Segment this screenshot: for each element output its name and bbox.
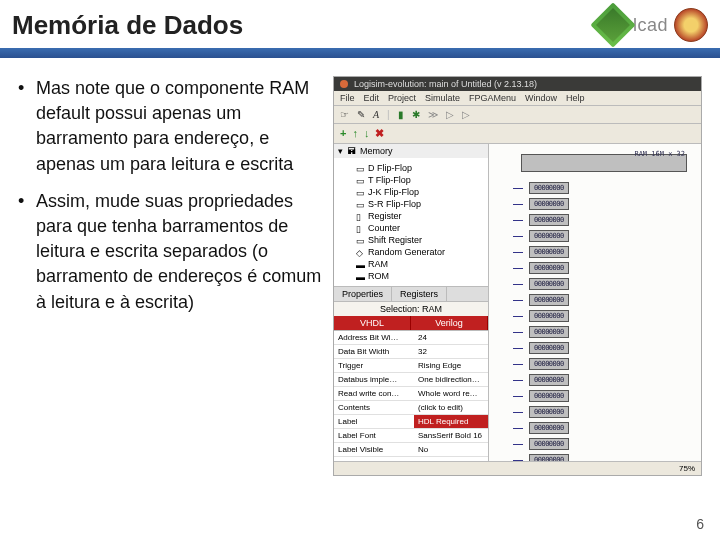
wire-icon [513,204,523,205]
wire-icon [513,444,523,445]
tree-item-t-flip-flop[interactable]: ▭T Flip-Flop [338,174,484,186]
ram-component[interactable]: RAM 16M x 32 000000000000000000000000000… [509,148,691,431]
ram-label: RAM 16M x 32 [634,150,685,158]
prop-value[interactable]: 32 [414,345,488,358]
tree-item-register[interactable]: ▯Register [338,210,484,222]
menubar[interactable]: FileEditProjectSimulateFPGAMenuWindowHel… [334,91,701,106]
zoom-level[interactable]: 75% [679,464,695,473]
prop-key: Databus imple… [334,373,414,386]
prop-value[interactable]: HDL Required [414,415,488,428]
prop-row[interactable]: LabelHDL Required [334,415,488,429]
university-seal-icon [674,8,708,42]
down-icon[interactable]: ↓ [364,127,370,140]
tree-item-counter[interactable]: ▯Counter [338,222,484,234]
ram-row: 00000000 [513,388,685,404]
tree-header[interactable]: ▾ 🖬 Memory [334,144,488,158]
prop-value[interactable]: Rising Edge [414,359,488,372]
prop-row[interactable]: Read write con…Whole word re… [334,387,488,401]
prop-value[interactable]: (click to edit) [414,401,488,414]
toolbar-primary[interactable]: ☞ ✎ A | ▮ ✱ ≫ ▷ ▷ [334,106,701,124]
tree-item-shift-register[interactable]: ▭Shift Register [338,234,484,246]
menu-edit[interactable]: Edit [364,93,380,103]
memory-folder-icon: 🖬 [347,146,356,156]
pointer-icon[interactable]: ☞ [340,109,349,120]
ram-row: 00000000 [513,340,685,356]
input-pin-icon[interactable]: ▮ [398,109,404,120]
prop-row[interactable]: Address Bit Wi…24 [334,331,488,345]
prop-key: Label [334,415,414,428]
ram-cell: 00000000 [529,342,569,354]
tree-item-s-r-flip-flop[interactable]: ▭S-R Flip-Flop [338,198,484,210]
titlebar: Logisim-evolution: main of Untitled (v 2… [334,77,701,91]
tab-vhdl[interactable]: VHDL [334,316,411,330]
ram-cell: 00000000 [529,406,569,418]
ram-cell: 00000000 [529,230,569,242]
output-pin-icon[interactable]: ✱ [412,109,420,120]
wire-icon [513,380,523,381]
menu-fpgamenu[interactable]: FPGAMenu [469,93,516,103]
wire-icon [513,284,523,285]
prop-row[interactable]: Contents(click to edit) [334,401,488,415]
add-icon[interactable]: + [340,127,346,140]
delete-icon[interactable]: ✖ [375,127,384,140]
component-tree[interactable]: ▭D Flip-Flop▭T Flip-Flop▭J-K Flip-Flop▭S… [334,158,488,286]
prop-value[interactable]: 24 [414,331,488,344]
prop-row[interactable]: Databus imple…One bidirection… [334,373,488,387]
tab-registers[interactable]: Registers [392,287,447,301]
up-icon[interactable]: ↑ [352,127,358,140]
tree-item-label: ROM [368,271,389,281]
canvas[interactable]: RAM 16M x 32 000000000000000000000000000… [489,144,701,461]
step-icon[interactable]: ▷ [462,109,470,120]
tree-item-rom[interactable]: ▬ROM [338,270,484,282]
prop-row[interactable]: Data Bit Width32 [334,345,488,359]
prop-value[interactable]: SansSerif Bold 16 [414,429,488,442]
slide-title: Memória de Dados [12,10,243,41]
lang-tabs[interactable]: VHDLVerilog [334,316,488,330]
tree-item-label: Shift Register [368,235,422,245]
ram-cell: 00000000 [529,262,569,274]
ram-cell: 00000000 [529,278,569,290]
menu-project[interactable]: Project [388,93,416,103]
menu-window[interactable]: Window [525,93,557,103]
prop-row[interactable]: Label FontSansSerif Bold 16 [334,429,488,443]
step-back-icon[interactable]: ≫ [428,109,438,120]
tree-item-j-k-flip-flop[interactable]: ▭J-K Flip-Flop [338,186,484,198]
wire-icon [513,348,523,349]
props-tabs[interactable]: PropertiesRegisters [334,286,488,301]
logisim-window: Logisim-evolution: main of Untitled (v 2… [333,76,702,476]
tree-item-ram[interactable]: ▬RAM [338,258,484,270]
prop-value[interactable]: No [414,443,488,456]
poke-icon[interactable]: ✎ [357,109,365,120]
tab-properties[interactable]: Properties [334,287,392,301]
tab-verilog[interactable]: Verilog [411,316,488,330]
ram-cell: 00000000 [529,198,569,210]
component-icon: ▭ [356,176,364,184]
ram-row: 00000000 [513,196,685,212]
properties-table[interactable]: Address Bit Wi…24Data Bit Width32Trigger… [334,330,488,457]
prop-value[interactable]: One bidirection… [414,373,488,386]
folder-collapse-icon[interactable]: ▾ [338,146,343,156]
menu-file[interactable]: File [340,93,355,103]
prop-key: Read write con… [334,387,414,400]
prop-row[interactable]: TriggerRising Edge [334,359,488,373]
wire-icon [513,268,523,269]
text-icon[interactable]: A [373,109,379,120]
toolbar-secondary[interactable]: + ↑ ↓ ✖ [334,124,701,144]
play-icon[interactable]: ▷ [446,109,454,120]
tree-item-d-flip-flop[interactable]: ▭D Flip-Flop [338,162,484,174]
bullet-item: Mas note que o componente RAM default po… [18,76,323,177]
ram-cell: 00000000 [529,246,569,258]
bullet-list: Mas note que o componente RAM default po… [18,76,323,476]
lcad-text: lcad [633,15,668,36]
ram-cell: 00000000 [529,358,569,370]
menu-help[interactable]: Help [566,93,585,103]
selection-title: Selection: RAM [334,301,488,316]
wire-icon [513,252,523,253]
ram-cell: 00000000 [529,422,569,434]
close-icon[interactable] [340,80,348,88]
menu-simulate[interactable]: Simulate [425,93,460,103]
tree-item-random-generator[interactable]: ◇Random Generator [338,246,484,258]
wire-icon [513,300,523,301]
prop-row[interactable]: Label VisibleNo [334,443,488,457]
prop-value[interactable]: Whole word re… [414,387,488,400]
